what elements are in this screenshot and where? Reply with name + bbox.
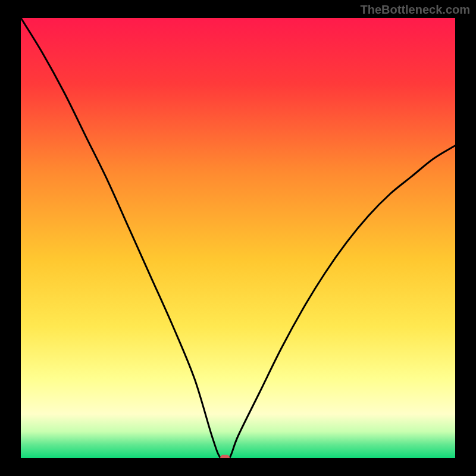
chart-svg [21, 18, 455, 458]
watermark-text: TheBottleneck.com [361, 3, 470, 17]
gradient-background [21, 18, 455, 458]
chart-plot-area [21, 18, 455, 458]
optimal-marker [220, 455, 230, 459]
chart-container: TheBottleneck.com [0, 0, 476, 476]
